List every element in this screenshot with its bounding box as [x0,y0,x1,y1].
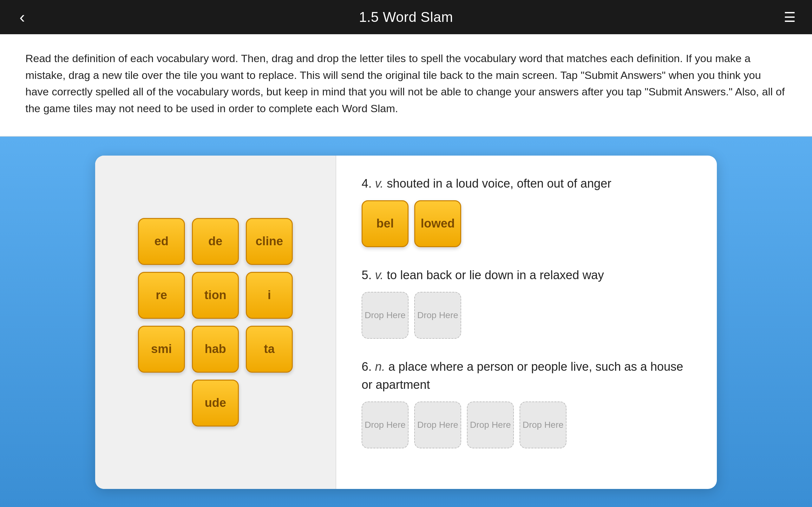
menu-icon: ☰ [784,9,796,25]
tile-de[interactable]: de [192,218,239,265]
drop-tile-5-2[interactable]: Drop Here [414,292,461,339]
definitions-panel: 4. v. shouted in a loud voice, often out… [336,156,717,489]
definition-4-pos: v. [375,177,384,190]
drop-tile-4-1[interactable]: bel [362,200,409,247]
definition-5-number: 5. [362,268,375,282]
tile-i[interactable]: i [246,272,293,319]
drop-tile-6-2[interactable]: Drop Here [414,401,461,448]
definition-6-number: 6. [362,360,375,373]
tile-ta[interactable]: ta [246,326,293,373]
instructions-content: Read the definition of each vocabulary w… [26,52,785,114]
drop-tile-6-1[interactable]: Drop Here [362,401,409,448]
tile-ude[interactable]: ude [192,380,239,427]
back-icon: ‹ [19,8,25,26]
definition-4-body: shouted in a loud voice, often out of an… [387,177,612,190]
tile-hab[interactable]: hab [192,326,239,373]
drop-tile-5-1[interactable]: Drop Here [362,292,409,339]
definition-6-drop-zones: Drop Here Drop Here Drop Here Drop Here [362,401,692,448]
drop-tile-6-4[interactable]: Drop Here [519,401,566,448]
tile-smi[interactable]: smi [138,326,185,373]
definition-6-pos: n. [375,360,385,373]
drop-tile-4-2[interactable]: lowed [414,200,461,247]
definition-6-text: 6. n. a place where a person or people l… [362,358,692,394]
definition-5-drop-zones: Drop Here Drop Here [362,292,692,339]
definition-4-number: 4. [362,177,375,190]
tiles-panel: ed de cline re tion i smi hab ta ude [95,156,336,489]
tile-cline[interactable]: cline [246,218,293,265]
tile-ed[interactable]: ed [138,218,185,265]
tiles-grid: ed de cline re tion i smi hab ta ude [138,218,293,427]
game-container: ed de cline re tion i smi hab ta ude 4. … [0,136,812,507]
drop-tile-6-3[interactable]: Drop Here [467,401,514,448]
instructions-text: Read the definition of each vocabulary w… [0,34,812,136]
game-panel: ed de cline re tion i smi hab ta ude 4. … [95,156,717,489]
definition-item-6: 6. n. a place where a person or people l… [362,358,692,448]
definition-5-pos: v. [375,268,384,282]
tile-re[interactable]: re [138,272,185,319]
definition-5-text: 5. v. to lean back or lie down in a rela… [362,266,692,284]
definition-item-4: 4. v. shouted in a loud voice, often out… [362,175,692,247]
definition-6-body: a place where a person or people live, s… [362,360,683,391]
definition-5-body: to lean back or lie down in a relaxed wa… [387,268,604,282]
page-title: 1.5 Word Slam [359,9,453,25]
tile-tion[interactable]: tion [192,272,239,319]
back-button[interactable]: ‹ [13,8,32,26]
definition-item-5: 5. v. to lean back or lie down in a rela… [362,266,692,339]
header: ‹ 1.5 Word Slam ☰ [0,0,812,34]
menu-button[interactable]: ☰ [780,8,799,26]
definition-4-drop-zones: bel lowed [362,200,692,247]
definition-4-text: 4. v. shouted in a loud voice, often out… [362,175,692,193]
